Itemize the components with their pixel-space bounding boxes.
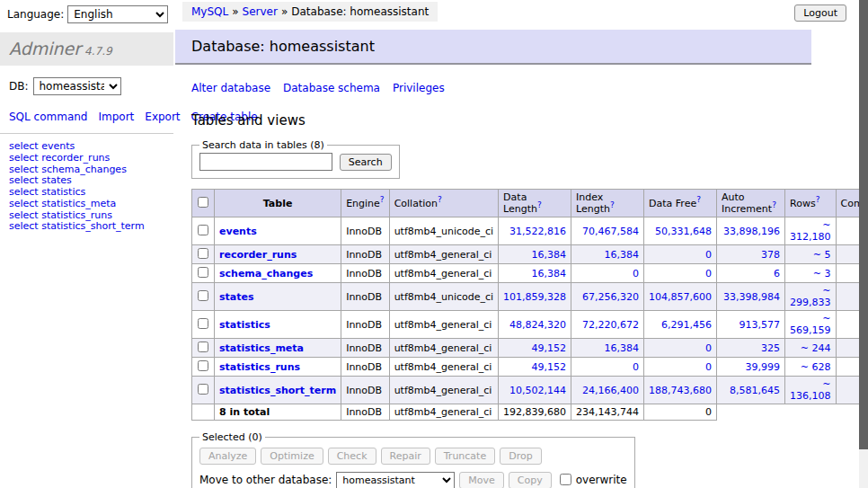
data-length-link[interactable]: 49,152 bbox=[532, 361, 567, 373]
data-free-link[interactable]: 104,857,600 bbox=[649, 291, 712, 303]
table-name-cell: recorder_runs bbox=[215, 245, 341, 264]
rows-count-link[interactable]: ~ 3 bbox=[813, 268, 831, 279]
row-checkbox[interactable] bbox=[198, 360, 208, 371]
rows-count-link[interactable]: ~ 5 bbox=[813, 249, 831, 261]
auto-increment-link[interactable]: 8,581,645 bbox=[730, 385, 780, 396]
sidebar-link[interactable]: Import bbox=[98, 111, 134, 123]
auto-increment-link[interactable]: 39,999 bbox=[746, 361, 781, 373]
database-action-link[interactable]: Alter database bbox=[191, 82, 270, 94]
breadcrumb-server-link[interactable]: Server bbox=[243, 5, 278, 18]
rows-count-link[interactable]: ~ 312,180 bbox=[790, 219, 831, 243]
database-action-link[interactable]: Privileges bbox=[393, 82, 445, 94]
row-checkbox[interactable] bbox=[198, 225, 208, 235]
search-button[interactable]: Search bbox=[340, 154, 392, 171]
sidebar-link[interactable]: SQL command bbox=[9, 111, 87, 123]
auto-increment-link[interactable]: 325 bbox=[761, 342, 780, 354]
index-length-link[interactable]: 72,220,672 bbox=[582, 319, 639, 331]
data-length-link[interactable]: 16,384 bbox=[532, 268, 567, 279]
table-row: statistics_meta InnoDB utf8mb4_general_c… bbox=[192, 339, 868, 358]
sidebar-select-table-link[interactable]: select statistics_short_term bbox=[9, 220, 145, 232]
rows-count-link[interactable]: ~ 628 bbox=[801, 361, 831, 373]
data-length-link[interactable]: 16,384 bbox=[532, 249, 567, 261]
overwrite-checkbox[interactable] bbox=[560, 474, 571, 485]
table-name-link[interactable]: recorder_runs bbox=[219, 249, 297, 261]
auto-increment-cell: 6 bbox=[717, 264, 785, 283]
scrollbar[interactable] bbox=[859, 0, 868, 488]
column-help-link[interactable]: ? bbox=[816, 195, 820, 204]
row-checkbox[interactable] bbox=[198, 342, 208, 352]
sidebar-select-table-link[interactable]: select schema_changes bbox=[9, 164, 127, 175]
sidebar-select-table-link[interactable]: select states bbox=[9, 174, 72, 186]
column-help-link[interactable]: ? bbox=[772, 200, 776, 209]
auto-increment-link[interactable]: 6 bbox=[774, 268, 780, 279]
sidebar-select-table-link[interactable]: select statistics bbox=[9, 186, 85, 198]
rows-count-link[interactable]: ~ 299,833 bbox=[790, 285, 831, 308]
sidebar-select-table-link[interactable]: select recorder_runs bbox=[9, 152, 110, 164]
auto-increment-link[interactable]: 378 bbox=[761, 249, 780, 261]
column-help-link[interactable]: ? bbox=[696, 195, 701, 204]
data-length-link[interactable]: 48,824,320 bbox=[509, 319, 566, 331]
column-header: Collation? bbox=[389, 190, 498, 217]
select-all-checkbox[interactable] bbox=[198, 197, 208, 208]
index-length-link[interactable]: 24,166,400 bbox=[582, 385, 639, 396]
column-help-link[interactable]: ? bbox=[537, 200, 542, 209]
auto-increment-link[interactable]: 33,398,984 bbox=[723, 291, 780, 303]
selected-buttons-row: AnalyzeOptimizeCheckRepairTruncateDrop bbox=[199, 448, 627, 465]
data-free-link[interactable]: 0 bbox=[705, 268, 712, 279]
rows-count-link[interactable]: ~ 136,108 bbox=[790, 378, 831, 402]
index-length-link[interactable]: 16,384 bbox=[605, 342, 640, 354]
index-length-link[interactable]: 70,467,584 bbox=[582, 226, 639, 237]
row-checkbox[interactable] bbox=[198, 290, 208, 301]
language-select[interactable]: English bbox=[67, 5, 168, 23]
column-help-link[interactable]: ? bbox=[380, 195, 385, 204]
logout-button[interactable]: Logout bbox=[794, 4, 846, 22]
data-length-link[interactable]: 10,502,144 bbox=[509, 385, 566, 396]
data-free-link[interactable]: 50,331,648 bbox=[655, 226, 712, 237]
table-row: statistics_runs InnoDB utf8mb4_general_c… bbox=[192, 358, 868, 377]
table-name-link[interactable]: statistics_meta bbox=[219, 342, 304, 354]
auto-increment-cell: 378 bbox=[717, 245, 785, 264]
table-total-row: 8 in total InnoDB utf8mb4_general_ci 192… bbox=[192, 404, 868, 421]
row-checkbox[interactable] bbox=[198, 248, 208, 259]
table-name-link[interactable]: states bbox=[219, 291, 254, 303]
index-length-link[interactable]: 67,256,320 bbox=[582, 291, 639, 303]
row-checkbox[interactable] bbox=[198, 384, 208, 395]
auto-increment-link[interactable]: 33,898,196 bbox=[723, 226, 780, 237]
overwrite-label[interactable]: overwrite bbox=[576, 474, 627, 486]
sidebar-select-table-link[interactable]: select events bbox=[9, 140, 75, 152]
data-length-link[interactable]: 101,859,328 bbox=[503, 291, 566, 303]
auto-increment-link[interactable]: 913,577 bbox=[740, 319, 781, 331]
index-length-link[interactable]: 16,384 bbox=[605, 249, 640, 261]
data-free-link[interactable]: 0 bbox=[705, 342, 712, 354]
index-length-link[interactable]: 0 bbox=[633, 361, 639, 373]
index-length-link[interactable]: 0 bbox=[633, 268, 639, 279]
table-name-link[interactable]: statistics_short_term bbox=[219, 385, 336, 396]
data-free-link[interactable]: 0 bbox=[705, 361, 712, 373]
row-checkbox[interactable] bbox=[198, 318, 208, 329]
breadcrumb-mysql-link[interactable]: MySQL bbox=[191, 5, 228, 18]
table-name-link[interactable]: schema_changes bbox=[219, 268, 313, 279]
table-name-link[interactable]: statistics bbox=[219, 319, 270, 331]
database-action-link[interactable]: Database schema bbox=[283, 82, 380, 94]
sidebar-select-table-link[interactable]: select statistics_meta bbox=[9, 198, 116, 209]
auto-increment-cell: 33,398,984 bbox=[717, 283, 785, 311]
sidebar-select-table-link[interactable]: select statistics_runs bbox=[9, 209, 112, 221]
column-help-link[interactable]: ? bbox=[438, 195, 442, 204]
data-free-link[interactable]: 0 bbox=[705, 249, 712, 261]
move-database-select[interactable]: homeassistant bbox=[336, 472, 455, 488]
data-free-link[interactable]: 188,743,680 bbox=[649, 385, 712, 396]
data-length-link[interactable]: 49,152 bbox=[532, 342, 567, 354]
rows-count-link[interactable]: ~ 569,159 bbox=[790, 313, 831, 336]
column-help-link[interactable]: ? bbox=[610, 200, 615, 209]
db-select[interactable]: homeassistant bbox=[33, 77, 121, 95]
table-name-link[interactable]: events bbox=[219, 226, 257, 237]
data-free-link[interactable]: 6,291,456 bbox=[661, 319, 712, 331]
table-name-link[interactable]: statistics_runs bbox=[219, 361, 300, 373]
rows-count-link[interactable]: ~ 244 bbox=[801, 342, 831, 354]
column-header-label: Rows bbox=[790, 198, 816, 209]
row-checkbox[interactable] bbox=[198, 267, 208, 278]
scrollbar-thumb[interactable] bbox=[859, 0, 868, 449]
breadcrumb-separator: » bbox=[281, 5, 288, 18]
search-input[interactable] bbox=[199, 153, 332, 171]
data-length-link[interactable]: 31,522,816 bbox=[509, 226, 566, 237]
